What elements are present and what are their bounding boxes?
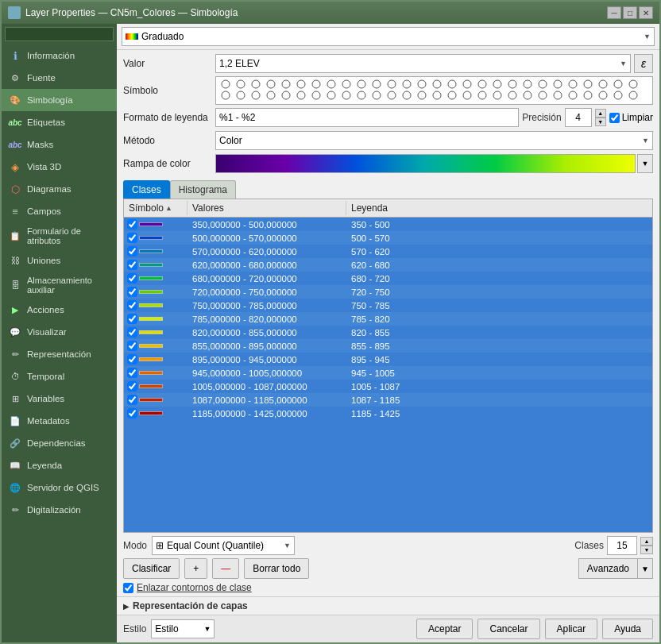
table-row[interactable]: 855,000000 - 895,000000855 - 895 bbox=[124, 339, 652, 353]
sidebar-item-etiquetas[interactable]: abc Etiquetas bbox=[2, 111, 117, 133]
color-ramp[interactable] bbox=[215, 154, 636, 173]
table-row[interactable]: 680,000000 - 720,000000680 - 720 bbox=[124, 272, 652, 285]
row-checkbox-9[interactable] bbox=[127, 341, 137, 351]
cell-values-14: 1185,000000 - 1425,000000 bbox=[187, 408, 346, 419]
row-checkbox-4[interactable] bbox=[127, 273, 137, 283]
sidebar-item-servidor[interactable]: 🌐 Servidor de QGIS bbox=[2, 476, 117, 499]
epsilon-button[interactable]: ε bbox=[634, 54, 653, 73]
titlebar-left: Layer Properties — CN5m_Colores — Simbol… bbox=[8, 6, 238, 19]
clasificar-button[interactable]: Clasificar bbox=[123, 558, 180, 579]
clases-down-button[interactable]: ▼ bbox=[640, 546, 653, 554]
sidebar-item-leyenda[interactable]: 📖 Leyenda bbox=[2, 454, 117, 476]
limpiar-checkbox[interactable] bbox=[609, 113, 620, 123]
sidebar-item-temporal[interactable]: ⏱ Temporal bbox=[2, 365, 117, 388]
avanzado-dropdown-button[interactable]: ▼ bbox=[637, 558, 653, 579]
precision-down-button[interactable]: ▼ bbox=[595, 118, 606, 126]
sidebar-item-simbologia[interactable]: 🎨 Simbología bbox=[2, 89, 117, 111]
sidebar-item-representacion[interactable]: ✏ Representación bbox=[2, 343, 117, 365]
row-checkbox-11[interactable] bbox=[127, 368, 137, 378]
repr-header[interactable]: ▶ Representación de capas bbox=[123, 600, 653, 611]
table-row[interactable]: 945,000000 - 1005,000000945 - 1005 bbox=[124, 366, 652, 380]
sidebar-item-variables[interactable]: ⊞ Variables bbox=[2, 388, 117, 410]
table-row[interactable]: 750,000000 - 785,000000750 - 785 bbox=[124, 299, 652, 312]
row-checkbox-2[interactable] bbox=[127, 246, 137, 256]
sidebar-item-almacenamiento[interactable]: 🗄 Almacenamientoauxiliar bbox=[2, 272, 117, 299]
clases-up-button[interactable]: ▲ bbox=[640, 537, 653, 546]
table-rows: 350,000000 - 500,000000350 - 500500,0000… bbox=[124, 218, 652, 420]
row-checkbox-14[interactable] bbox=[127, 408, 137, 418]
table-row[interactable]: 620,000000 - 680,000000620 - 680 bbox=[124, 258, 652, 272]
sidebar-item-fuente[interactable]: ⚙ Fuente bbox=[2, 67, 117, 89]
symbol-preview[interactable] bbox=[215, 76, 653, 105]
table-row[interactable]: 1185,000000 - 1425,0000001185 - 1425 bbox=[124, 407, 652, 420]
cell-symbol-9 bbox=[124, 340, 187, 352]
delete-class-button[interactable]: — bbox=[212, 558, 239, 579]
table-row[interactable]: 1087,000000 - 1185,0000001087 - 1185 bbox=[124, 393, 652, 407]
minimize-button[interactable]: ─ bbox=[607, 6, 621, 19]
rampa-row: Rampa de color ▼ bbox=[123, 153, 653, 174]
tab-clases[interactable]: Clases bbox=[123, 180, 170, 199]
sidebar-item-uniones[interactable]: ⛓ Uniones bbox=[2, 249, 117, 272]
sidebar-item-vista3d[interactable]: ◈ Vista 3D bbox=[2, 156, 117, 178]
svg-point-12 bbox=[403, 80, 411, 88]
app-icon bbox=[8, 6, 21, 19]
aceptar-button[interactable]: Aceptar bbox=[416, 619, 473, 639]
valor-select[interactable]: 1,2 ELEV ▼ bbox=[215, 54, 631, 73]
table-row[interactable]: 895,000000 - 945,000000895 - 945 bbox=[124, 353, 652, 366]
avanzado-button[interactable]: Avanzado bbox=[578, 558, 637, 579]
col-header-symbol[interactable]: Símbolo ▲ bbox=[124, 201, 187, 215]
sidebar-item-digitalizacion[interactable]: ✏ Digitalización bbox=[2, 499, 117, 521]
sidebar-item-campos[interactable]: ≡ Campos bbox=[2, 200, 117, 222]
sidebar-item-metadatos[interactable]: 📄 Metadatos bbox=[2, 410, 117, 432]
cell-legend-13: 1087 - 1185 bbox=[346, 395, 652, 406]
sidebar-item-visualizar[interactable]: 💬 Visualizar bbox=[2, 321, 117, 343]
close-button[interactable]: ✕ bbox=[639, 6, 653, 19]
row-checkbox-6[interactable] bbox=[127, 300, 137, 310]
color-bar-11 bbox=[139, 371, 163, 375]
table-row[interactable]: 820,000000 - 855,000000820 - 855 bbox=[124, 326, 652, 339]
aplicar-button[interactable]: Aplicar bbox=[545, 619, 598, 639]
sidebar-item-informacion[interactable]: ℹ Información bbox=[2, 44, 117, 67]
row-checkbox-12[interactable] bbox=[127, 381, 137, 391]
sidebar-item-masks[interactable]: abc Masks bbox=[2, 133, 117, 156]
ayuda-button[interactable]: Ayuda bbox=[602, 619, 653, 639]
row-checkbox-5[interactable] bbox=[127, 287, 137, 297]
add-class-button[interactable]: + bbox=[184, 558, 207, 579]
row-checkbox-3[interactable] bbox=[127, 260, 137, 270]
sidebar-item-acciones[interactable]: ▶ Acciones bbox=[2, 299, 117, 321]
color-bar-2 bbox=[139, 249, 163, 253]
row-checkbox-7[interactable] bbox=[127, 314, 137, 324]
formato-input[interactable]: %1 - %2 bbox=[215, 108, 519, 127]
sidebar-item-dependencias[interactable]: 🔗 Dependencias bbox=[2, 432, 117, 454]
table-row[interactable]: 720,000000 - 750,000000720 - 750 bbox=[124, 285, 652, 299]
precision-up-button[interactable]: ▲ bbox=[595, 109, 606, 118]
cell-legend-4: 680 - 720 bbox=[346, 273, 652, 284]
borrar-todo-button[interactable]: Borrar todo bbox=[244, 558, 309, 579]
table-row[interactable]: 500,000000 - 570,000000500 - 570 bbox=[124, 231, 652, 245]
maximize-button[interactable]: □ bbox=[623, 6, 637, 19]
link-contornos-label[interactable]: Enlazar contornos de clase bbox=[137, 582, 252, 593]
table-row[interactable]: 785,000000 - 820,000000785 - 820 bbox=[124, 312, 652, 326]
table-row[interactable]: 1005,000000 - 1087,0000001005 - 1087 bbox=[124, 380, 652, 393]
row-checkbox-0[interactable] bbox=[127, 219, 137, 229]
cancelar-button[interactable]: Cancelar bbox=[477, 619, 539, 639]
sidebar-item-formulario[interactable]: 📋 Formulario deatributos bbox=[2, 222, 117, 249]
sidebar-search-input[interactable] bbox=[5, 27, 114, 41]
table-row[interactable]: 350,000000 - 500,000000350 - 500 bbox=[124, 218, 652, 231]
precision-input[interactable]: 4 bbox=[565, 108, 592, 127]
modo-select[interactable]: ⊞ Equal Count (Quantile) ▼ bbox=[152, 536, 295, 555]
row-checkbox-10[interactable] bbox=[127, 354, 137, 364]
type-select[interactable]: Graduado ▼ bbox=[122, 27, 655, 46]
color-ramp-dropdown-button[interactable]: ▼ bbox=[637, 154, 653, 173]
clases-input[interactable]: 15 bbox=[607, 536, 637, 555]
row-checkbox-8[interactable] bbox=[127, 327, 137, 337]
sidebar-item-diagramas[interactable]: ⬡ Diagramas bbox=[2, 178, 117, 200]
style-select[interactable]: Estilo ▼ bbox=[151, 619, 215, 638]
row-checkbox-13[interactable] bbox=[127, 395, 137, 405]
link-contornos-checkbox[interactable] bbox=[123, 583, 133, 593]
cell-legend-11: 945 - 1005 bbox=[346, 368, 652, 379]
metodo-select[interactable]: Color ▼ bbox=[215, 131, 653, 150]
tab-histograma[interactable]: Histograma bbox=[170, 180, 236, 199]
table-row[interactable]: 570,000000 - 620,000000570 - 620 bbox=[124, 245, 652, 258]
row-checkbox-1[interactable] bbox=[127, 233, 137, 243]
